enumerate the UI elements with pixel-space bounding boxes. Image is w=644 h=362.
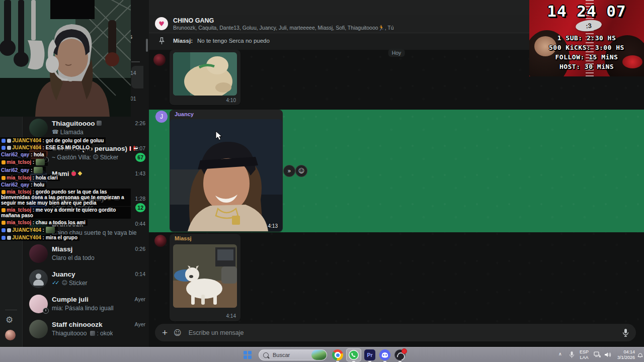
- tray-network-icon[interactable]: [594, 351, 601, 358]
- chat-preview: mia: Pásala lindo iguall: [52, 305, 114, 312]
- chat-avatar[interactable]: [29, 269, 48, 288]
- message-sender-name[interactable]: Juancy: [175, 111, 194, 117]
- chat-list-item[interactable]: Juancy0:14✓✓☺Sticker: [23, 266, 149, 292]
- twitch-chat-message: mia_tclsoj : chau a todos los ami: [0, 219, 88, 226]
- pinned-sender: Miassj:: [173, 38, 193, 44]
- twitch-chat-message: mia_tclsoj : hola clari: [0, 174, 60, 181]
- chat-name: Cumple juli: [52, 296, 89, 303]
- group-avatar[interactable]: ♥: [155, 17, 168, 30]
- premiere-icon[interactable]: Pr: [364, 349, 375, 360]
- message-avatar-miassj[interactable]: [154, 235, 167, 247]
- message-bubble[interactable]: 4:10: [170, 50, 240, 105]
- goal-line: HOST: 30 MiNS: [529, 62, 644, 71]
- message-bubble-juancy[interactable]: Juancy: [170, 110, 283, 232]
- discord-icon[interactable]: [379, 349, 390, 360]
- chat-avatar[interactable]: [29, 295, 48, 313]
- message-avatar[interactable]: [153, 54, 166, 66]
- highlighted-message-row: J Juancy: [149, 110, 644, 232]
- twitch-chat-message: Clari62_qay : hola: [0, 151, 46, 158]
- chat-time: 0:44: [135, 221, 145, 227]
- stream-goals-overlay: 14 24 07 :3 1 SUB: 2:30 HS500 KiCKS: 3:0…: [529, 0, 644, 76]
- lang-bottom: LAA: [580, 355, 589, 360]
- unread-badge: 67: [135, 153, 145, 162]
- face-bubble: :3: [575, 19, 602, 32]
- twitch-chat-message: JUANCY404 :: [0, 226, 58, 234]
- twitch-chat-message: JUANCY404 : mira el grupo: [0, 234, 79, 241]
- search-box[interactable]: Buscar: [259, 349, 327, 360]
- mic-icon[interactable]: [622, 328, 629, 337]
- message-image-dog2[interactable]: [173, 244, 237, 308]
- sticker-icon: ☺: [61, 280, 67, 286]
- chat-list-item[interactable]: Cumple juliAyermia: Pásala lindo iguall: [23, 292, 149, 317]
- twitch-chat-message: Clari62_qay :: [0, 166, 46, 174]
- read-checks-icon: ✓✓: [52, 280, 58, 286]
- tray-mic-icon[interactable]: [569, 351, 575, 358]
- chat-list-scrollbar[interactable]: [146, 39, 148, 52]
- selected-chat-highlight: [131, 66, 143, 88]
- message-image-selfie[interactable]: [170, 119, 282, 231]
- forward-icon[interactable]: »: [283, 165, 295, 177]
- disappearing-timer-badge: [43, 308, 49, 314]
- settings-gear-icon[interactable]: ⚙: [6, 315, 13, 325]
- message-image-dog1[interactable]: [173, 52, 237, 96]
- chat-preview: ✓✓☺Sticker: [52, 280, 88, 287]
- chat-avatar[interactable]: [29, 320, 48, 338]
- twitch-chat-message: JUANCY404 : gol de golu gol de goluu: [0, 137, 106, 144]
- twitch-chat-message: mia_tclsoj :: [0, 158, 48, 166]
- chat-list-item[interactable]: Staff chinooozkAyerThiaguitoooo: okok: [23, 317, 149, 342]
- twitch-chat-message: mia_tclsoj : me voy a dormir te quiero g…: [0, 207, 131, 219]
- whatsapp-taskbar-active[interactable]: [346, 348, 361, 361]
- chat-preview: Claro el da todo: [52, 254, 95, 261]
- goal-line: 1 SUB: 2:30 HS: [529, 33, 644, 43]
- chat-time: Ayer: [135, 296, 145, 302]
- stream-clock: 14 24 07: [529, 2, 644, 20]
- search-daily-image[interactable]: [311, 350, 327, 360]
- attach-plus-icon[interactable]: +: [162, 327, 168, 338]
- chat-time: 1:28: [135, 196, 145, 202]
- chat-time: Ayer: [135, 321, 145, 327]
- composer[interactable]: + ☺: [155, 324, 636, 341]
- tray-datetime[interactable]: 04:14 3/1/2026: [612, 349, 635, 360]
- tray-language[interactable]: ESP LAA: [580, 349, 589, 360]
- chat-time: 0:26: [135, 246, 145, 252]
- message-time: 4:10: [226, 98, 236, 103]
- chat-list-item[interactable]: Miassj0:26Claro el da todo: [23, 241, 149, 266]
- message-avatar-juancy[interactable]: J: [155, 111, 168, 123]
- taskbar: Buscar Pr ∧: [0, 347, 644, 362]
- tray-notification-icon[interactable]: [637, 351, 643, 358]
- rail-divider: [5, 310, 17, 310]
- chat-avatar[interactable]: [29, 244, 48, 263]
- no-entry-emblem: [133, 146, 135, 151]
- react-emoji-icon[interactable]: ☺: [295, 165, 307, 177]
- tray-speaker-icon[interactable]: [604, 351, 611, 358]
- chat-name: Thiaguitoooo: [52, 120, 95, 127]
- pinned-text: No te tengo Serca no puedo: [197, 38, 270, 44]
- chat-name: Miassj: [52, 245, 72, 253]
- recording-badge: [401, 348, 407, 354]
- tray-chevron-icon[interactable]: ∧: [558, 351, 562, 356]
- group-members: Brunoozk, Caquita, Dante13, Goluu, Juanc…: [173, 25, 555, 31]
- pin-icon: [159, 37, 165, 45]
- group-title: CHINO GANG: [173, 17, 214, 24]
- profile-avatar[interactable]: [5, 330, 16, 340]
- message-sender-name[interactable]: Miassj: [175, 235, 192, 241]
- emoji-picker-icon[interactable]: ☺: [174, 328, 182, 337]
- message-time: 4:14: [226, 313, 236, 319]
- chat-name: Staff chinooozk: [52, 321, 103, 328]
- twitch-chat-message: mia_tclsoj : gordo puedo ser la que da l…: [0, 189, 131, 206]
- message-area: Hoy 4:10 J: [149, 50, 644, 347]
- goal-line: 500 KiCKS: 3:00 HS: [529, 43, 644, 52]
- runner-emblem: [90, 331, 95, 336]
- message-input[interactable]: [188, 329, 622, 337]
- message-bubble-miassj[interactable]: Miassj: [170, 234, 240, 321]
- webcam-video: [0, 0, 131, 117]
- chat-time: 0:14: [135, 271, 145, 277]
- chat-name: Juancy: [52, 270, 75, 278]
- peek-divider: [131, 61, 140, 62]
- chat-avatar[interactable]: [29, 119, 48, 137]
- chrome-icon[interactable]: [332, 349, 343, 360]
- start-button[interactable]: [244, 351, 252, 359]
- chat-time: 1:43: [135, 170, 145, 176]
- search-icon: [263, 352, 269, 358]
- chat-preview: Thiaguitoooo: okok: [52, 330, 113, 337]
